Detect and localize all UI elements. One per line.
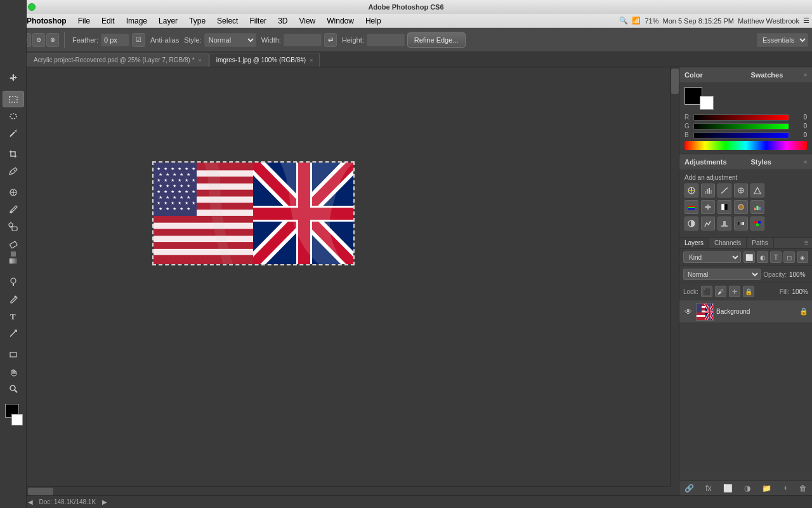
layer-mask-btn[interactable]: ⬜ <box>723 484 733 493</box>
adjustment-layer-btn[interactable]: ◑ <box>744 484 750 493</box>
subtract-selection-btn[interactable]: ⊖ <box>32 33 45 47</box>
layers-tab[interactable]: Layers <box>679 237 709 248</box>
notification-icon[interactable]: ☰ <box>803 17 809 25</box>
eraser-tool[interactable] <box>3 236 24 252</box>
lock-image-btn[interactable]: 🖌 <box>715 286 726 297</box>
menu-layer[interactable]: Layer <box>154 15 183 27</box>
shape-tool[interactable] <box>3 346 24 363</box>
menu-3d[interactable]: 3D <box>273 15 292 27</box>
threshold-adj[interactable] <box>717 217 731 231</box>
invert-adj[interactable] <box>684 217 698 231</box>
menu-help[interactable]: Help <box>360 15 386 27</box>
color-swatches[interactable] <box>3 404 24 425</box>
exposure-adj[interactable] <box>734 184 748 197</box>
brush-tool[interactable] <box>3 201 24 218</box>
color-spectrum-bar[interactable] <box>684 141 807 150</box>
delete-layer-btn[interactable]: 🗑 <box>799 484 807 493</box>
background-swatch[interactable] <box>700 96 714 110</box>
healing-brush-tool[interactable] <box>3 184 24 201</box>
magic-wand-tool[interactable] <box>3 125 24 142</box>
hand-tool[interactable] <box>3 363 24 380</box>
style-select[interactable]: Normal Fixed Ratio Fixed Size <box>204 33 256 47</box>
hue-saturation-adj[interactable] <box>684 200 698 214</box>
color-panel-tab[interactable]: Color <box>679 67 746 83</box>
levels-adj[interactable] <box>701 184 715 197</box>
layer-item[interactable]: 👁 <box>679 300 812 323</box>
vertical-scrollbar[interactable] <box>670 67 679 486</box>
width-input[interactable] <box>284 34 322 46</box>
g-slider[interactable] <box>693 123 789 130</box>
menu-file[interactable]: File <box>73 15 95 27</box>
search-icon[interactable]: 🔍 <box>619 17 628 25</box>
layers-panel-menu-btn[interactable]: ≡ <box>801 237 812 248</box>
brightness-contrast-adj[interactable] <box>684 184 698 197</box>
channels-tab[interactable]: Channels <box>709 237 747 248</box>
menu-image[interactable]: Image <box>121 15 152 27</box>
tab-psd-close[interactable]: × <box>199 57 202 64</box>
blend-mode-select[interactable]: Normal Multiply Screen <box>683 269 761 280</box>
posterize-adj[interactable] <box>701 217 715 231</box>
feather-input[interactable] <box>101 34 129 46</box>
tab-psd[interactable]: Acrylic project-Recovered.psd @ 25% (Lay… <box>27 53 209 67</box>
app-name[interactable]: Photoshop <box>22 17 72 25</box>
tab-jpg[interactable]: imgres-1.jpg @ 100% (RGB/8#) × <box>209 53 320 67</box>
filter-smart-btn[interactable]: ◈ <box>797 251 808 263</box>
layer-visibility-toggle[interactable]: 👁 <box>683 307 693 317</box>
menu-type[interactable]: Type <box>184 15 211 27</box>
refine-edge-button[interactable]: Refine Edge... <box>407 32 466 48</box>
lock-all-btn[interactable]: 🔒 <box>743 286 754 297</box>
maximize-button[interactable] <box>28 3 36 11</box>
selective-color-adj[interactable] <box>750 217 764 231</box>
adjustments-tab[interactable]: Adjustments <box>679 154 746 170</box>
r-slider[interactable] <box>693 114 789 121</box>
text-tool[interactable]: T <box>3 308 24 324</box>
paths-tab[interactable]: Paths <box>747 237 774 248</box>
path-selection-tool[interactable] <box>3 325 24 342</box>
filter-pixel-btn[interactable]: ⬜ <box>743 251 755 263</box>
horizontal-scrollbar[interactable] <box>27 486 670 495</box>
vibrance-adj[interactable] <box>750 184 764 197</box>
background-color[interactable] <box>11 414 23 425</box>
menu-window[interactable]: Window <box>322 15 359 27</box>
menu-select[interactable]: Select <box>212 15 243 27</box>
link-layers-btn[interactable]: 🔗 <box>684 484 694 493</box>
clone-stamp-tool[interactable] <box>3 218 24 235</box>
swap-wh-btn[interactable]: ⇄ <box>324 33 337 47</box>
channel-mixer-adj[interactable] <box>750 200 764 214</box>
gradient-tool[interactable] <box>3 253 24 269</box>
tab-jpg-close[interactable]: × <box>310 57 313 64</box>
menu-view[interactable]: View <box>294 15 320 27</box>
statusbar-nav-right[interactable]: ▶ <box>102 498 107 505</box>
pen-tool[interactable] <box>3 291 24 307</box>
intersect-selection-btn[interactable]: ⊗ <box>46 33 59 47</box>
filter-type-btn[interactable]: T <box>770 251 782 263</box>
new-layer-btn[interactable]: + <box>783 484 788 493</box>
lock-position-btn[interactable]: ✛ <box>729 286 740 297</box>
scrollbar-thumb-v[interactable] <box>671 69 679 94</box>
gradient-map-adj[interactable] <box>734 217 748 231</box>
b-slider[interactable] <box>693 132 789 138</box>
photo-filter-adj[interactable] <box>734 200 748 214</box>
styles-tab[interactable]: Styles ≡ <box>746 154 813 170</box>
panel-collapse-btn[interactable]: ≡ <box>804 72 807 78</box>
workspace-select[interactable]: Essentials Design Painting <box>757 33 808 47</box>
layer-kind-filter[interactable]: Kind <box>683 251 741 263</box>
rect-marquee-tool[interactable] <box>3 91 24 107</box>
eyedropper-tool[interactable] <box>3 163 24 180</box>
height-input[interactable] <box>367 34 405 46</box>
menu-edit[interactable]: Edit <box>96 15 120 27</box>
layer-style-btn[interactable]: fx <box>705 484 711 493</box>
zoom-tool[interactable] <box>3 380 24 397</box>
statusbar-nav-left[interactable]: ◀ <box>28 498 33 505</box>
lasso-tool[interactable] <box>3 108 24 124</box>
menu-filter[interactable]: Filter <box>244 15 272 27</box>
curves-adj[interactable] <box>717 184 731 197</box>
filter-adjust-btn[interactable]: ◐ <box>757 251 768 263</box>
move-tool[interactable] <box>3 70 24 86</box>
color-balance-adj[interactable] <box>701 200 715 214</box>
lock-transparent-btn[interactable]: ⬛ <box>701 286 712 297</box>
scrollbar-thumb-h[interactable] <box>28 488 53 495</box>
adj-collapse-btn[interactable]: ≡ <box>804 159 807 165</box>
anti-alias-checkbox[interactable]: ☑ <box>132 33 145 47</box>
filter-shape-btn[interactable]: ◻ <box>783 251 795 263</box>
